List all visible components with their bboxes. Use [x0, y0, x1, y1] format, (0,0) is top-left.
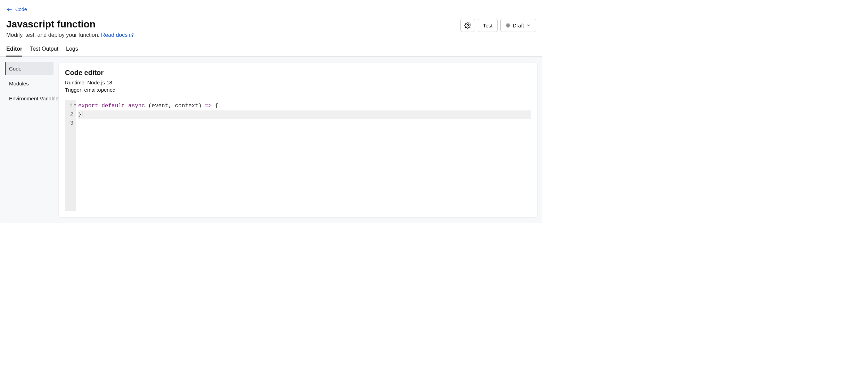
tab-test-output[interactable]: Test Output: [30, 46, 58, 56]
code-editor-card: Code editor Runtime: Node.js 18 Trigger:…: [58, 62, 538, 218]
tab-logs[interactable]: Logs: [66, 46, 78, 56]
subtitle-text: Modify, test, and deploy your function.: [6, 32, 101, 38]
page-title: Javascript function: [6, 19, 134, 30]
line-number: 3: [68, 119, 73, 128]
line-number: 1: [68, 102, 73, 110]
svg-point-2: [467, 25, 468, 26]
test-button-label: Test: [483, 23, 493, 28]
code-line[interactable]: }: [78, 110, 531, 119]
status-dropdown[interactable]: Draft: [500, 19, 536, 32]
chevron-down-icon: [526, 23, 531, 28]
sidenav-item-modules[interactable]: Modules: [5, 77, 54, 90]
line-number: 2: [68, 110, 73, 119]
sidenav-item-env-vars[interactable]: Environment Variables: [5, 92, 54, 105]
settings-button[interactable]: [460, 19, 475, 32]
tabs: Editor Test Output Logs: [0, 38, 542, 57]
status-label: Draft: [513, 23, 524, 28]
code-lines[interactable]: export default async (event, context) =>…: [76, 100, 531, 211]
external-link-icon: [129, 33, 134, 38]
sidenav-item-code[interactable]: Code: [5, 62, 54, 75]
page-subtitle: Modify, test, and deploy your function. …: [6, 32, 134, 38]
svg-line-1: [131, 33, 133, 35]
editor-title: Code editor: [65, 69, 531, 77]
test-button[interactable]: Test: [478, 19, 498, 32]
side-nav: Code Modules Environment Variables: [5, 62, 54, 218]
read-docs-label: Read docs: [101, 32, 128, 38]
line-gutter: 123: [65, 100, 76, 211]
arrow-left-icon: [6, 6, 13, 13]
tab-editor[interactable]: Editor: [6, 46, 22, 56]
status-dot-icon: [506, 23, 510, 28]
breadcrumb-back[interactable]: Code: [6, 6, 27, 13]
breadcrumb-label: Code: [15, 7, 27, 12]
runtime-line: Runtime: Node.js 18: [65, 80, 531, 85]
read-docs-link[interactable]: Read docs: [101, 32, 134, 38]
text-cursor: [82, 111, 82, 117]
code-line[interactable]: export default async (event, context) =>…: [78, 102, 531, 110]
gear-icon: [464, 22, 471, 29]
trigger-line: Trigger: email:opened: [65, 87, 531, 93]
code-editor[interactable]: 123 export default async (event, context…: [65, 100, 531, 211]
